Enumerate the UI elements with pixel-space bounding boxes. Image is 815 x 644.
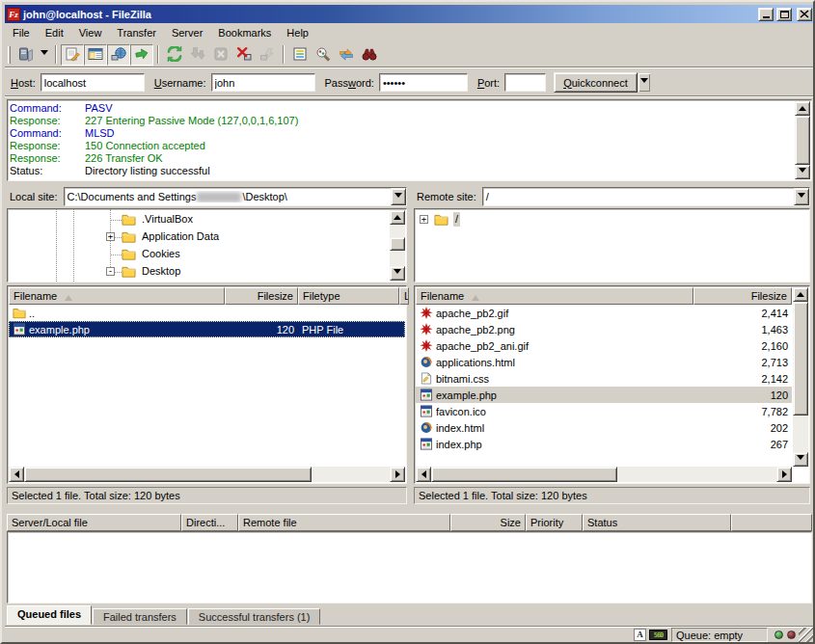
remote-directory-tree[interactable]: +/ — [414, 208, 810, 282]
menu-view[interactable]: View — [71, 25, 110, 40]
site-manager-dropdown-button[interactable] — [38, 44, 51, 66]
toggle-transfer-queue-button[interactable] — [130, 44, 153, 66]
file-row-apache-pb2-gif[interactable]: apache_pb2.gif2,414 — [416, 305, 792, 321]
scrollbar-thumb[interactable] — [793, 302, 808, 416]
column-header-filetype[interactable]: Filetype — [298, 287, 399, 305]
toggle-remote-tree-button[interactable] — [107, 44, 130, 66]
file-row-example-php[interactable]: example.php120 — [416, 387, 792, 403]
scroll-left-button[interactable] — [416, 467, 431, 482]
port-input[interactable] — [504, 73, 546, 92]
remote-list-vscrollbar[interactable] — [793, 287, 808, 467]
file-cell-size: 120 — [225, 324, 298, 335]
file-cell-text: .. — [29, 308, 35, 319]
disconnect-button[interactable] — [232, 44, 256, 66]
directory-listing-filters-button[interactable] — [288, 44, 312, 66]
local-directory-tree[interactable]: .VirtualBox+Application DataCookies-Desk… — [7, 208, 407, 282]
file-row-bitnami-css[interactable]: bitnami.css2,142 — [416, 370, 792, 387]
tree-item-desktop[interactable] — [8, 263, 406, 281]
compare-directories-button[interactable] — [312, 44, 335, 66]
file-row-apache-pb2-png[interactable]: apache_pb2.png1,463 — [416, 321, 792, 337]
synchronized-browsing-button[interactable] — [335, 44, 358, 66]
tree-item-cookies[interactable] — [8, 246, 406, 263]
filezilla-app-icon[interactable]: Fz — [7, 8, 20, 21]
queue-column-header-remote-file[interactable]: Remote file — [238, 514, 450, 531]
queue-column-header-size[interactable]: Size — [450, 514, 526, 531]
site-manager-button[interactable] — [14, 44, 38, 66]
remote-file-list[interactable]: FilenameFilesize apache_pb2.gif2,414apac… — [414, 285, 810, 484]
tree-expander-minus-icon[interactable]: - — [106, 267, 115, 276]
title-bar[interactable]: Fz john@localhost - FileZilla — [5, 5, 814, 23]
file-row-apache-pb2-ani-gif[interactable]: apache_pb2_ani.gif2,160 — [416, 337, 792, 354]
file-row-[interactable]: .. — [9, 305, 405, 321]
toggle-message-log-button[interactable] — [61, 44, 84, 66]
file-row-example-php[interactable]: example.php120PHP File1 — [9, 321, 405, 337]
maximize-button[interactable] — [776, 8, 792, 21]
tree-item-virtualbox[interactable] — [8, 211, 406, 228]
queue-column-header-status[interactable]: Status — [583, 514, 731, 531]
column-header-filesize[interactable]: Filesize — [225, 287, 298, 305]
scrollbar-thumb[interactable] — [431, 467, 617, 482]
speed-limits-icon[interactable]: 560 — [649, 630, 667, 640]
local-file-list[interactable]: FilenameFilesizeFiletypeL ..example.php1… — [7, 285, 407, 484]
local-site-dropdown-button[interactable] — [391, 188, 406, 205]
scroll-up-button[interactable] — [795, 101, 810, 116]
toolbar-grip[interactable] — [8, 46, 11, 64]
column-header-filename[interactable]: Filename — [416, 287, 693, 305]
menu-bookmarks[interactable]: Bookmarks — [210, 25, 279, 40]
process-queue-button[interactable] — [186, 44, 209, 66]
close-button[interactable] — [797, 8, 812, 21]
data-type-indicator-icon[interactable]: A — [634, 629, 646, 641]
column-header-l[interactable]: L — [399, 287, 409, 305]
menu-edit[interactable]: Edit — [38, 25, 71, 40]
file-row-index-html[interactable]: index.html202 — [416, 419, 792, 436]
quickconnect-button[interactable]: Quickconnect — [554, 72, 638, 93]
column-header-filename[interactable]: Filename — [9, 287, 225, 305]
reconnect-button[interactable] — [256, 44, 279, 66]
queue-body[interactable] — [7, 531, 812, 604]
menu-server[interactable]: Server — [164, 25, 210, 40]
log-line: Response:227 Entering Passive Mode (127,… — [10, 115, 794, 127]
scroll-down-button[interactable] — [793, 452, 808, 467]
tree-expander-plus-icon[interactable]: + — [106, 232, 115, 241]
local-list-hscrollbar[interactable] — [9, 467, 405, 482]
minimize-button[interactable] — [758, 8, 774, 21]
menu-help[interactable]: Help — [279, 25, 316, 40]
scroll-down-button[interactable] — [795, 165, 810, 179]
menu-transfer[interactable]: Transfer — [109, 25, 164, 40]
queue-column-header-priority[interactable]: Priority — [526, 514, 583, 531]
refresh-button[interactable] — [163, 44, 186, 66]
remote-site-dropdown-button[interactable] — [794, 188, 809, 205]
tree-expander-plus-icon[interactable]: + — [420, 215, 428, 224]
queue-column-header-directi[interactable]: Directi... — [181, 514, 238, 531]
message-log-scrollbar[interactable] — [795, 101, 810, 179]
file-row-favicon-ico[interactable]: favicon.ico7,782 — [416, 403, 792, 419]
quickconnect-dropdown-button[interactable] — [638, 72, 651, 93]
toggle-local-tree-button[interactable] — [84, 44, 107, 66]
scrollbar-thumb[interactable] — [24, 467, 312, 482]
remote-site-combobox[interactable]: / — [482, 187, 810, 206]
remote-list-hscrollbar[interactable] — [416, 467, 792, 482]
tab-queued-files[interactable]: Queued files — [7, 605, 92, 625]
resize-grip[interactable] — [799, 628, 813, 642]
sort-ascending-icon — [472, 291, 479, 301]
scroll-right-button[interactable] — [390, 467, 405, 482]
menu-file[interactable]: File — [5, 25, 38, 40]
password-input[interactable] — [379, 73, 468, 92]
cancel-button[interactable] — [209, 44, 232, 66]
scroll-left-button[interactable] — [9, 467, 24, 482]
scroll-right-button[interactable] — [776, 467, 792, 482]
file-row-index-php[interactable]: index.php267 — [416, 436, 792, 452]
scroll-up-button[interactable] — [793, 287, 808, 302]
queue-column-header-server-local-file[interactable]: Server/Local file — [7, 514, 181, 531]
scrollbar-thumb[interactable] — [795, 116, 810, 165]
file-row-applications-html[interactable]: applications.html2,713 — [416, 354, 792, 370]
column-header-filesize[interactable]: Filesize — [693, 287, 792, 305]
username-input[interactable] — [211, 73, 315, 92]
compare-directories-icon — [315, 46, 331, 64]
host-input[interactable] — [41, 73, 145, 92]
tree-item-[interactable] — [415, 211, 809, 228]
tab-successful-transfers-1[interactable]: Successful transfers (1) — [188, 608, 321, 625]
tab-failed-transfers[interactable]: Failed transfers — [93, 608, 187, 625]
find-files-button[interactable] — [358, 44, 381, 66]
local-site-combobox[interactable]: C:\Documents and Settings\Desktop\ — [64, 187, 407, 206]
